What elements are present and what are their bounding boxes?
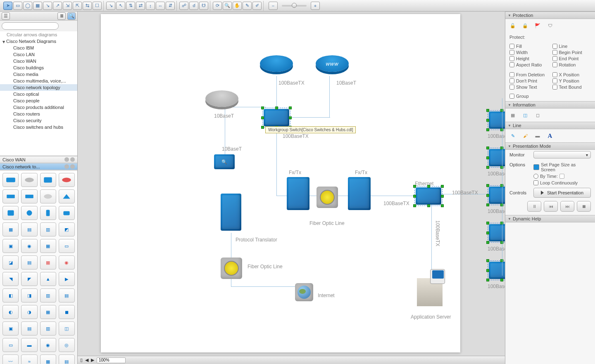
stop-button[interactable]: ⏹: [577, 201, 591, 212]
shape-item[interactable]: [40, 206, 56, 220]
next-button[interactable]: ⏭: [560, 201, 574, 212]
search-box-device[interactable]: 🔍: [214, 154, 235, 169]
shape-item[interactable]: ◉: [40, 338, 56, 352]
by-time-input[interactable]: [559, 174, 564, 179]
library-search-input[interactable]: [2, 22, 59, 30]
section-line[interactable]: Line: [505, 122, 595, 129]
tree-item[interactable]: Cisco optical: [0, 91, 77, 97]
shape-item[interactable]: ▣: [2, 321, 19, 336]
tool-arrow-a[interactable]: ↘: [106, 2, 115, 10]
tree-item[interactable]: Cisco LAN: [0, 51, 77, 58]
fiber-node[interactable]: [317, 187, 338, 208]
shape-item[interactable]: [21, 189, 37, 203]
tool-edit[interactable]: ✐: [252, 2, 262, 10]
chk-fill[interactable]: Fill: [509, 44, 548, 49]
line-icon-text[interactable]: A: [546, 132, 554, 140]
tool-align-c[interactable]: ⇵: [166, 2, 175, 10]
switch-stack-2[interactable]: [489, 149, 505, 166]
shape-item[interactable]: ▭: [2, 338, 19, 352]
shape-item[interactable]: ◐: [2, 305, 19, 319]
application-server[interactable]: [417, 278, 443, 306]
shape-item[interactable]: [2, 206, 19, 220]
chk-aspect[interactable]: Aspect Ratio: [509, 62, 548, 67]
shape-item[interactable]: ◎: [59, 338, 75, 352]
search-icon[interactable]: 🔍: [67, 12, 76, 20]
tree-item[interactable]: Cisco security: [0, 117, 77, 124]
shape-item[interactable]: ▤: [21, 255, 37, 269]
tree-parent[interactable]: Cisco Network Diagrams: [0, 38, 77, 45]
chk-line[interactable]: Line: [552, 44, 591, 49]
shape-item[interactable]: ◉: [59, 255, 75, 269]
info-icon-2[interactable]: ◫: [521, 111, 529, 119]
shape-item[interactable]: ▥: [40, 222, 56, 236]
section-presentation[interactable]: Presentation Mode: [505, 142, 595, 150]
shape-item[interactable]: ◥: [2, 272, 19, 286]
fiber-node-2[interactable]: [221, 258, 242, 279]
tool-rect[interactable]: ▭: [13, 2, 22, 10]
chk-endpt[interactable]: End Point: [552, 56, 591, 61]
tool-d3[interactable]: ☋: [199, 2, 208, 10]
start-presentation-button[interactable]: Start Presentation: [533, 188, 591, 198]
info-icon-3[interactable]: ◻: [533, 111, 542, 119]
tool-hand[interactable]: ✋: [233, 2, 242, 10]
router-grey[interactable]: [205, 90, 238, 107]
shape-item[interactable]: ▤: [21, 222, 37, 236]
shape-item[interactable]: ◨: [21, 288, 37, 303]
shape-item[interactable]: ▤: [59, 355, 75, 364]
shape-item[interactable]: 〰: [2, 355, 19, 364]
line-icon-brush[interactable]: 🖌: [521, 132, 529, 140]
tool-zoom[interactable]: 🔍: [223, 2, 232, 10]
workgroup-switch-selected[interactable]: [264, 109, 289, 126]
list-view-icon[interactable]: ≣: [57, 12, 66, 20]
tool-dropper[interactable]: ✎: [243, 2, 252, 10]
chk-rotation[interactable]: Rotation: [552, 62, 591, 67]
shape-item[interactable]: [59, 189, 75, 203]
tree-item[interactable]: Cisco people: [0, 97, 77, 104]
page-prev-icon[interactable]: ◀: [85, 357, 88, 363]
tree-item[interactable]: Cisco buildings: [0, 64, 77, 71]
tool-conn5[interactable]: ⇆: [83, 2, 92, 10]
shape-item[interactable]: ▬: [21, 338, 37, 352]
tree-item[interactable]: Cisco media: [0, 71, 77, 78]
chk-height[interactable]: Height: [509, 56, 548, 61]
tab-close-icon[interactable]: [70, 157, 75, 162]
tool-ellipse[interactable]: ◯: [23, 2, 32, 10]
tool-arrow-b[interactable]: ↖: [116, 2, 125, 10]
zoom-out-icon[interactable]: −: [269, 2, 278, 10]
tool-page[interactable]: ☐: [93, 2, 102, 10]
tree-item[interactable]: Cisco switches and hubs: [0, 124, 77, 130]
tool-align-b[interactable]: ↔: [156, 2, 165, 10]
section-information[interactable]: Information: [505, 101, 595, 109]
tab-close-icon[interactable]: [70, 164, 75, 169]
chk-ypos[interactable]: Y Position: [552, 78, 591, 83]
shape-item[interactable]: ▦: [40, 355, 56, 364]
tree-item[interactable]: Cisco products additional: [0, 104, 77, 111]
ethernet-switch[interactable]: [416, 187, 441, 205]
section-protection[interactable]: Protection: [505, 12, 595, 19]
protect-icon-flag[interactable]: 🚩: [533, 21, 542, 30]
shape-item[interactable]: [21, 206, 37, 220]
protect-icon-lock[interactable]: 🔒: [521, 21, 529, 30]
line-icon-pen[interactable]: ✎: [509, 132, 517, 140]
protect-icon-unlock[interactable]: 🔓: [509, 21, 517, 30]
chk-dontprint[interactable]: Don't Print: [509, 78, 548, 83]
shape-item[interactable]: ▭: [59, 239, 75, 253]
shape-item[interactable]: [59, 173, 75, 187]
tool-table[interactable]: ▦: [33, 2, 42, 10]
shape-item[interactable]: ◩: [59, 222, 75, 236]
shape-item[interactable]: [59, 206, 75, 220]
tool-d1[interactable]: ☍: [179, 2, 188, 10]
chk-xpos[interactable]: X Position: [552, 72, 591, 77]
tool-d2[interactable]: ☌: [189, 2, 198, 10]
tool-conn2[interactable]: ↗: [53, 2, 62, 10]
shape-item[interactable]: ▲: [40, 272, 56, 286]
section-dynamic-help[interactable]: Dynamic Help: [505, 215, 595, 222]
page-nav-icon[interactable]: ▯: [80, 357, 83, 363]
router-blue[interactable]: [260, 55, 293, 72]
library-tree[interactable]: Circular arrows diagrams Cisco Network D…: [0, 31, 77, 156]
shape-item[interactable]: ◑: [21, 305, 37, 319]
chk-beginpt[interactable]: Begin Point: [552, 50, 591, 55]
tab-dock-icon[interactable]: [64, 157, 69, 162]
tool-conn1[interactable]: ↘: [43, 2, 52, 10]
chk-set-page[interactable]: Set Page Size as Screen: [533, 162, 591, 172]
